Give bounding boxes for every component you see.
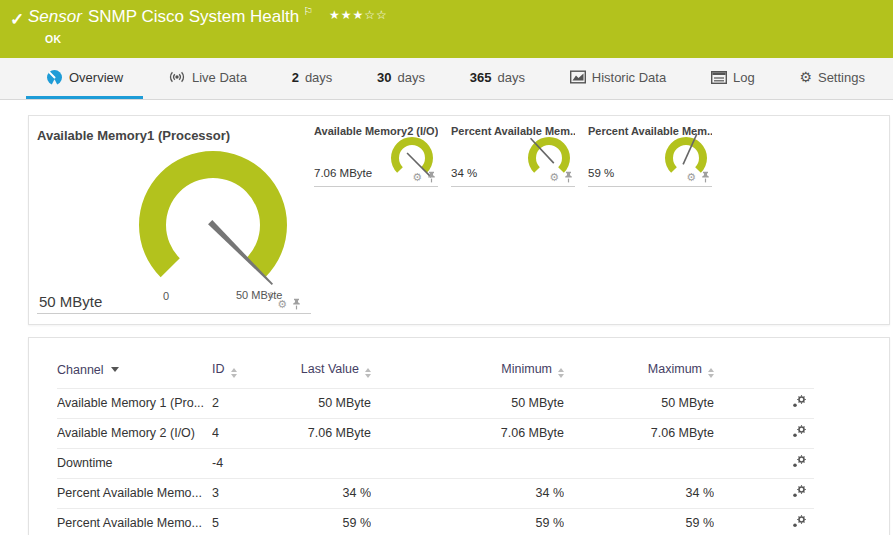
cell-channel: Available Memory 1 (Pro... bbox=[57, 388, 212, 418]
primary-gauge-value: 50 MByte bbox=[39, 293, 102, 310]
channel-edit-icon[interactable] bbox=[792, 515, 807, 531]
cell-id: 2 bbox=[212, 388, 299, 418]
table-row: Available Memory 1 (Pro...250 MByte50 MB… bbox=[57, 388, 814, 418]
tab-label: days bbox=[398, 70, 425, 85]
tab-number: 2 bbox=[292, 70, 299, 85]
channel-edit-icon[interactable] bbox=[792, 485, 807, 501]
priority-flag-icon[interactable]: ⚐ bbox=[303, 5, 313, 18]
cell-minimum: 7.06 MByte bbox=[371, 418, 564, 448]
cell-last-value: 50 MByte bbox=[299, 388, 371, 418]
cell-maximum: 59 % bbox=[564, 508, 714, 535]
gauge-scale-max: 50 MByte bbox=[236, 289, 282, 301]
primary-gauge-dial: x̄ bbox=[103, 125, 323, 303]
tab-settings[interactable]: ⚙Settings bbox=[779, 58, 885, 99]
gear-icon[interactable]: ⚙ bbox=[549, 172, 559, 183]
column-header-actions bbox=[714, 360, 814, 388]
channel-table: Channel ID Last Value Minimum Maximum Av… bbox=[57, 360, 814, 535]
cell-minimum bbox=[371, 448, 564, 478]
mini-gauge-block-2: Percent Available Mem...34 %⚙ bbox=[451, 125, 575, 187]
prtg-sensor-page: ✓ Sensor SNMP Cisco System Health ⚐ ★★★☆… bbox=[0, 0, 893, 535]
table-row: Downtime-4 bbox=[57, 448, 814, 478]
stars-empty[interactable]: ☆☆ bbox=[364, 8, 388, 22]
tab-365-days[interactable]: 365days bbox=[450, 58, 545, 99]
cell-minimum: 34 % bbox=[371, 478, 564, 508]
sort-toggle-icon bbox=[365, 368, 371, 378]
cell-last-value: 59 % bbox=[299, 508, 371, 535]
cell-maximum: 34 % bbox=[564, 478, 714, 508]
channel-edit-icon[interactable] bbox=[792, 455, 807, 471]
cell-actions bbox=[714, 388, 814, 418]
tab-label: days bbox=[498, 70, 525, 85]
pin-icon[interactable] bbox=[701, 171, 710, 183]
cell-actions bbox=[714, 418, 814, 448]
mini-gauge-value: 59 % bbox=[588, 167, 614, 179]
cell-maximum: 7.06 MByte bbox=[564, 418, 714, 448]
broadcast-icon bbox=[168, 69, 186, 85]
gear-icon[interactable]: ⚙ bbox=[412, 172, 422, 183]
tab-label: Settings bbox=[818, 70, 865, 85]
channel-edit-icon[interactable] bbox=[792, 395, 807, 411]
tab-historic-data[interactable]: Historic Data bbox=[550, 58, 686, 99]
tab-label: Log bbox=[733, 70, 755, 85]
table-header-row: Channel ID Last Value Minimum Maximum bbox=[57, 360, 814, 388]
column-header-minimum[interactable]: Minimum bbox=[371, 360, 564, 388]
gauge-icon bbox=[46, 69, 63, 86]
object-kind-label: Sensor bbox=[28, 7, 82, 27]
sort-toggle-icon bbox=[558, 368, 564, 378]
pin-icon[interactable] bbox=[292, 298, 301, 310]
sort-toggle-icon bbox=[231, 368, 237, 378]
table-row: Percent Available Memo...559 %59 %59 % bbox=[57, 508, 814, 535]
primary-gauge-actions: ⚙ bbox=[277, 298, 301, 310]
cell-actions bbox=[714, 508, 814, 535]
column-header-maximum[interactable]: Maximum bbox=[564, 360, 714, 388]
cell-last-value bbox=[299, 448, 371, 478]
cell-actions bbox=[714, 448, 814, 478]
tab-30-days[interactable]: 30days bbox=[357, 58, 445, 99]
cell-channel: Downtime bbox=[57, 448, 212, 478]
channel-edit-icon[interactable] bbox=[792, 425, 807, 441]
cell-channel: Percent Available Memo... bbox=[57, 508, 212, 535]
mini-gauge-actions: ⚙ bbox=[549, 171, 573, 183]
cell-channel: Available Memory 2 (I/O) bbox=[57, 418, 212, 448]
pin-icon[interactable] bbox=[564, 171, 573, 183]
status-ok-check-icon: ✓ bbox=[10, 9, 24, 30]
priority-stars[interactable]: ★★★☆☆ bbox=[329, 8, 388, 22]
tab-number: 30 bbox=[377, 70, 391, 85]
tab-live-data[interactable]: Live Data bbox=[148, 58, 267, 99]
settings-gear-icon: ⚙ bbox=[799, 70, 812, 84]
mini-gauge-block-3: Percent Available Mem...59 %⚙ bbox=[588, 125, 712, 187]
gear-icon[interactable]: ⚙ bbox=[686, 172, 696, 183]
channel-table-panel: Channel ID Last Value Minimum Maximum Av… bbox=[28, 337, 890, 535]
gauge-scale-min: 0 bbox=[163, 290, 169, 302]
gear-icon[interactable]: ⚙ bbox=[277, 299, 287, 310]
cell-id: -4 bbox=[212, 448, 299, 478]
historic-chart-icon bbox=[570, 70, 586, 84]
tab-2-days[interactable]: 2days bbox=[272, 58, 353, 99]
table-row: Available Memory 2 (I/O)47.06 MByte7.06 … bbox=[57, 418, 814, 448]
tab-bar: OverviewLive Data2days30days365daysHisto… bbox=[0, 58, 893, 100]
column-header-last-value[interactable]: Last Value bbox=[299, 360, 371, 388]
tab-log[interactable]: Log bbox=[691, 58, 775, 99]
mini-gauge-value: 7.06 MByte bbox=[314, 167, 372, 179]
tab-number: 365 bbox=[470, 70, 492, 85]
sort-toggle-icon bbox=[708, 368, 714, 378]
column-header-id[interactable]: ID bbox=[212, 360, 299, 388]
cell-channel: Percent Available Memo... bbox=[57, 478, 212, 508]
content-area: Available Memory1 (Processor) x̄ 0 50 MB… bbox=[0, 100, 893, 535]
tab-overview[interactable]: Overview bbox=[26, 58, 143, 99]
pin-icon[interactable] bbox=[427, 171, 436, 183]
tab-label: days bbox=[305, 70, 332, 85]
cell-last-value: 7.06 MByte bbox=[299, 418, 371, 448]
mini-gauge-value: 34 % bbox=[451, 167, 477, 179]
cell-last-value: 34 % bbox=[299, 478, 371, 508]
mini-gauge-block-1: Available Memory2 (I/O)7.06 MByte⚙ bbox=[314, 125, 438, 187]
mini-gauge-actions: ⚙ bbox=[686, 171, 710, 183]
cell-minimum: 50 MByte bbox=[371, 388, 564, 418]
cell-id: 3 bbox=[212, 478, 299, 508]
stars-filled[interactable]: ★★★ bbox=[329, 8, 364, 22]
column-header-channel[interactable]: Channel bbox=[57, 360, 212, 388]
tab-label: Overview bbox=[69, 70, 123, 85]
cell-maximum bbox=[564, 448, 714, 478]
cell-actions bbox=[714, 478, 814, 508]
sort-desc-icon bbox=[111, 367, 119, 372]
